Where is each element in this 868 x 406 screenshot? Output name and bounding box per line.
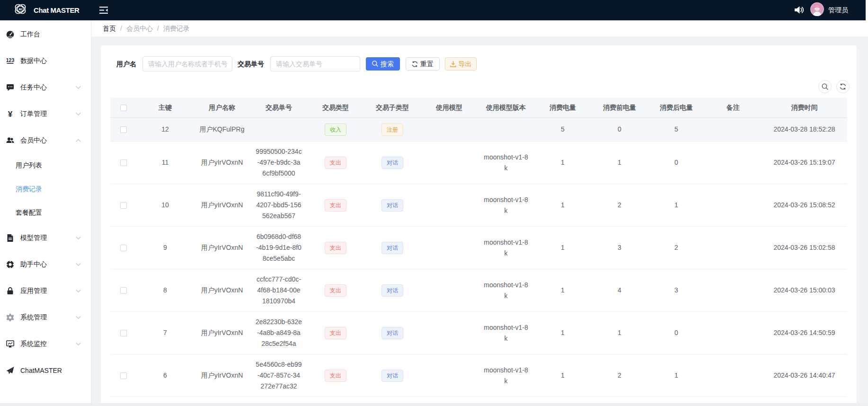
- svg-text:AI: AI: [19, 8, 22, 11]
- svg-text:¥: ¥: [8, 110, 13, 118]
- svg-text:123: 123: [6, 57, 14, 63]
